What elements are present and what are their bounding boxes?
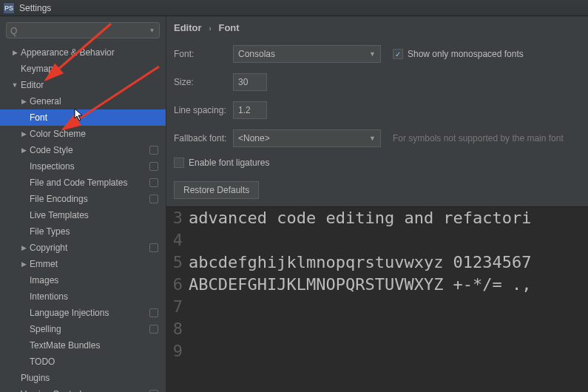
tree-item-label: Spelling [30,324,61,334]
line-number: 7 [166,296,189,318]
sidebar-item-textmate-bundles[interactable]: TextMate Bundles [0,337,166,354]
preview-line: 5abcdefghijklmnopqrstuvwxyz 01234567 [166,251,588,274]
tree-arrow-icon: ▶ [19,98,28,105]
tree-item-label: File and Code Templates [30,178,128,188]
sidebar-item-todo[interactable]: TODO [0,354,166,370]
preview-line: 6ABCDEFGHIJKLMNOPQRSTUVWXYZ +-*/= ., [166,274,588,296]
tree-item-label: Inspections [30,161,75,172]
checkbox-icon [174,158,184,168]
line-text: ABCDEFGHIJKLMNOPQRSTUVWXYZ +-*/= ., [189,274,532,296]
size-label: Size: [174,77,233,87]
line-number: 3 [166,207,189,229]
sidebar-item-file-types[interactable]: File Types [0,223,166,240]
checkbox-icon: ✓ [393,49,403,59]
preview-line: 7 [166,296,588,318]
titlebar: PS Settings [0,0,588,16]
chevron-down-icon: ▼ [369,50,376,58]
size-input[interactable] [233,73,267,91]
line-number: 9 [166,340,189,362]
tree-item-label: Version Control [21,389,81,392]
sidebar-item-appearance-behavior[interactable]: ▶Appearance & Behavior [0,44,166,61]
project-scope-icon [149,243,158,252]
font-label: Font: [174,49,233,59]
tree-item-label: TODO [30,356,55,367]
tree-item-label: Code Style [30,145,73,155]
sidebar-item-version-control[interactable]: ▶Version Control [0,386,166,392]
fallback-value: <None> [238,133,270,143]
tree-arrow-icon: ▶ [19,146,28,154]
sidebar-item-file-and-code-templates[interactable]: File and Code Templates [0,175,166,191]
tree-item-label: Copyright [30,243,67,253]
project-scope-icon [149,162,158,171]
sidebar-item-editor[interactable]: ▼Editor [0,77,166,93]
project-scope-icon [149,195,158,203]
sidebar-item-intentions[interactable]: Intentions [0,288,166,305]
chevron-down-icon: ▼ [369,135,376,142]
ligatures-label: Enable font ligatures [189,158,269,168]
font-preview: 3advanced code editing and refactori45ab… [166,206,588,392]
sidebar-item-font[interactable]: Font [0,109,166,126]
sidebar-item-general[interactable]: ▶General [0,93,166,109]
line-number: 5 [166,251,189,274]
font-value: Consolas [238,49,275,59]
line-spacing-label: Line spacing: [174,105,233,115]
show-monospaced-label: Show only monospaced fonts [408,49,524,59]
line-text: abcdefghijklmnopqrstuvwxyz 01234567 [189,251,532,274]
content-pane: Editor › Font Font: Consolas ▼ ✓ Show on… [166,16,588,392]
tree-item-label: Emmet [30,259,58,269]
sidebar-item-live-templates[interactable]: Live Templates [0,207,166,223]
tree-item-label: Font [30,112,47,123]
tree-arrow-icon: ▶ [19,130,28,138]
sidebar-item-inspections[interactable]: Inspections [0,158,166,175]
tree-item-label: Live Templates [30,210,89,220]
tree-arrow-icon: ▼ [10,81,19,89]
fallback-label: Fallback font: [174,133,233,143]
project-scope-icon [149,146,158,155]
tree-arrow-icon: ▶ [19,244,28,251]
tree-item-label: Language Injections [30,308,109,318]
line-spacing-input[interactable] [233,101,267,119]
breadcrumb: Editor › Font [166,16,588,38]
tree-item-label: Intentions [30,291,68,302]
window-title: Settings [19,3,51,13]
sidebar-item-emmet[interactable]: ▶Emmet [0,256,166,272]
sidebar-item-spelling[interactable]: Spelling [0,321,166,337]
sidebar-item-copyright[interactable]: ▶Copyright [0,240,166,256]
preview-line: 8 [166,318,588,340]
sidebar-item-plugins[interactable]: Plugins [0,370,166,386]
line-number: 6 [166,274,189,296]
fallback-hint: For symbols not supported by the main fo… [393,133,564,143]
tree-item-label: Appearance & Behavior [21,47,115,58]
tree-arrow-icon: ▶ [19,260,28,268]
sidebar-item-images[interactable]: Images [0,272,166,288]
breadcrumb-font: Font [218,22,239,33]
sidebar-item-color-scheme[interactable]: ▶Color Scheme [0,126,166,142]
ligatures-checkbox[interactable]: Enable font ligatures [174,158,269,168]
restore-defaults-button[interactable]: Restore Defaults [174,181,259,199]
tree-item-label: General [30,96,61,107]
breadcrumb-editor[interactable]: Editor [174,22,202,33]
breadcrumb-separator-icon: › [209,24,212,33]
tree-item-label: TextMate Bundles [30,340,100,351]
line-text: advanced code editing and refactori [189,207,532,229]
sidebar-item-file-encodings[interactable]: File Encodings [0,191,166,207]
sidebar-item-keymap[interactable]: Keymap [0,61,166,77]
tree-item-label: File Types [30,226,70,237]
sidebar: Q ▾ ▶Appearance & BehaviorKeymap▼Editor▶… [0,16,166,392]
sidebar-item-code-style[interactable]: ▶Code Style [0,142,166,158]
project-scope-icon [149,178,158,187]
search-input[interactable] [6,22,160,38]
font-combo[interactable]: Consolas ▼ [233,45,381,63]
fallback-combo[interactable]: <None> ▼ [233,129,381,147]
tree-item-label: Keymap [21,64,53,74]
line-number: 4 [166,229,189,251]
tree-item-label: Plugins [21,373,50,383]
tree-item-label: File Encodings [30,194,88,204]
show-monospaced-checkbox[interactable]: ✓ Show only monospaced fonts [393,49,524,59]
tree-item-label: Editor [21,80,44,90]
preview-line: 4 [166,229,588,251]
sidebar-item-language-injections[interactable]: Language Injections [0,305,166,321]
tree-item-label: Images [30,275,58,285]
tree-item-label: Color Scheme [30,129,86,139]
line-number: 8 [166,318,189,340]
